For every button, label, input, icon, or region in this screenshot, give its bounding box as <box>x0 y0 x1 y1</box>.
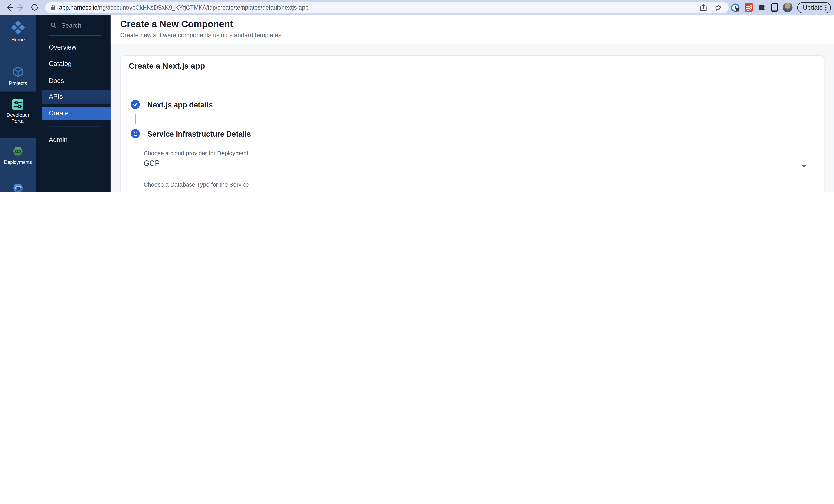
url-text: app.harness.io/ng/account/vpCkHKsDSxK9_K… <box>59 4 700 11</box>
template-title: Create a Next.js app <box>129 61 205 70</box>
browser-update-button[interactable]: Update <box>797 2 831 13</box>
database-type-value: None <box>144 190 813 192</box>
database-type-select[interactable]: Choose a Database Type for the Service N… <box>144 181 813 192</box>
step-2-number: 2 <box>131 129 140 138</box>
nav-item-docs[interactable]: Docs <box>36 74 111 88</box>
sidebar-item-deployments[interactable]: Deployments <box>0 145 36 165</box>
chevron-down-icon[interactable] <box>801 165 806 167</box>
step-1-complete-icon <box>131 100 140 109</box>
nav-divider <box>49 127 101 127</box>
page-header: Create a New Component Create new softwa… <box>111 15 834 44</box>
lock-icon <box>50 4 56 11</box>
nav-item-create[interactable]: Create <box>42 107 111 120</box>
nav-item-catalog[interactable]: Catalog <box>36 57 111 71</box>
search-placeholder: Search <box>61 22 82 29</box>
frame-extension-icon[interactable] <box>771 3 778 12</box>
nav-divider <box>49 35 101 36</box>
browser-toolbar: app.harness.io/ng/account/vpCkHKsDSxK9_K… <box>0 0 834 15</box>
step-connector <box>135 114 136 124</box>
sidebar-item-home[interactable]: Home <box>0 21 36 42</box>
step-1-label: Next.js app details <box>147 100 213 109</box>
search-icon <box>50 22 57 28</box>
screenshot-root: app.harness.io/ng/account/vpCkHKsDSxK9_K… <box>0 0 834 192</box>
browser-reload-icon[interactable] <box>29 1 40 13</box>
step-2-label: Service Infrastructure Details <box>147 130 251 138</box>
page-title: Create a New Component <box>120 18 233 29</box>
nav-search[interactable]: Search <box>50 22 82 29</box>
nav-item-apis[interactable]: APIs <box>42 90 111 104</box>
cloud-provider-label: Choose a cloud provider for Deployment <box>144 150 813 156</box>
projects-module-icon <box>12 65 24 78</box>
update-label: Update <box>803 4 822 11</box>
sidebar-item-projects[interactable]: Projects <box>0 65 36 86</box>
nav-item-overview[interactable]: Overview <box>36 40 111 54</box>
developer-portal-nav-panel: Search Overview Catalog Docs APIs Create… <box>36 15 111 192</box>
main-content: Create a New Component Create new softwa… <box>111 15 834 192</box>
database-type-label: Choose a Database Type for the Service <box>144 181 813 187</box>
cloud-provider-value: GCP <box>144 159 813 167</box>
browser-profile-avatar[interactable] <box>783 3 792 13</box>
template-wizard-card: Create a Next.js app Next.js app details… <box>120 55 825 192</box>
select-underline <box>144 174 813 174</box>
url-bar[interactable]: app.harness.io/ng/account/vpCkHKsDSxK9_K… <box>45 2 729 13</box>
browser-back-icon[interactable] <box>3 1 15 13</box>
extensions-puzzle-icon[interactable] <box>758 3 766 12</box>
bookmark-star-icon[interactable] <box>715 4 722 12</box>
module-rail: Home Projects Developer Portal Deploymen… <box>0 15 36 192</box>
deployments-module-icon <box>12 145 24 157</box>
cloud-provider-select[interactable]: Choose a cloud provider for Deployment G… <box>144 150 813 175</box>
nav-item-admin[interactable]: Admin <box>36 133 111 146</box>
developer-portal-module-icon <box>13 99 24 110</box>
builds-module-icon <box>12 182 24 192</box>
todoist-extension-icon[interactable] <box>744 3 753 12</box>
step-2[interactable]: 2 Service Infrastructure Details <box>131 129 251 138</box>
browser-menu-kebab-icon[interactable] <box>825 5 827 10</box>
share-icon[interactable] <box>700 4 707 12</box>
step-1[interactable]: Next.js app details <box>131 100 213 109</box>
password-manager-extension-icon[interactable] <box>730 3 740 12</box>
home-module-icon <box>11 21 25 34</box>
browser-forward-icon[interactable] <box>15 1 27 13</box>
sidebar-item-developer-portal[interactable]: Developer Portal <box>0 99 36 123</box>
page-subtitle: Create new software components using sta… <box>120 32 281 38</box>
sidebar-item-builds[interactable]: Builds <box>0 182 36 192</box>
